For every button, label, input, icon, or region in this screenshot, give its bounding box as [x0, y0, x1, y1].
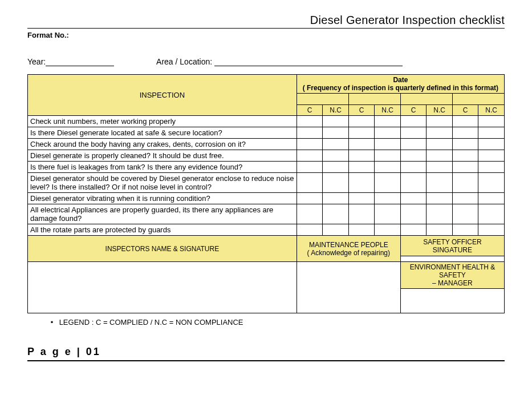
nc-cell[interactable] — [323, 116, 349, 127]
inspection-item: Diesel generate is properly cleaned? It … — [28, 150, 297, 162]
c-cell[interactable] — [348, 162, 375, 173]
c-cell[interactable] — [297, 127, 323, 139]
nc-cell[interactable] — [323, 150, 349, 162]
c-cell[interactable] — [400, 173, 427, 193]
nc-cell[interactable] — [478, 173, 505, 193]
nc-cell[interactable] — [427, 193, 453, 204]
c-cell[interactable] — [452, 162, 478, 173]
nc-cell[interactable] — [427, 162, 453, 173]
table-row: Diesel generate is properly cleaned? It … — [28, 150, 505, 162]
nc-cell[interactable] — [375, 139, 401, 150]
c-cell[interactable] — [348, 127, 375, 139]
area-field: Area / Location: — [156, 57, 403, 66]
c-cell[interactable] — [400, 116, 427, 127]
date-sub-text: ( Frequency of inspection is quarterly d… — [303, 84, 498, 92]
inspection-item: Is there fuel is leakages from tank? Is … — [28, 162, 297, 173]
c-cell[interactable] — [297, 204, 323, 224]
nc-cell[interactable] — [427, 150, 453, 162]
c-cell[interactable] — [400, 150, 427, 162]
c-cell[interactable] — [452, 224, 478, 236]
nc-cell[interactable] — [478, 204, 505, 224]
nc-cell[interactable] — [427, 127, 453, 139]
c-cell[interactable] — [348, 139, 375, 150]
nc-cell[interactable] — [427, 116, 453, 127]
c-cell[interactable] — [348, 224, 375, 236]
c-cell[interactable] — [348, 116, 375, 127]
c-header: C — [452, 105, 478, 116]
c-cell[interactable] — [348, 173, 375, 193]
c-cell[interactable] — [452, 204, 478, 224]
nc-cell[interactable] — [478, 162, 505, 173]
nc-cell[interactable] — [427, 139, 453, 150]
c-cell[interactable] — [400, 162, 427, 173]
nc-header: N.C — [427, 105, 453, 116]
area-input-line[interactable] — [214, 58, 403, 66]
c-cell[interactable] — [400, 224, 427, 236]
page-title: Diesel Generator Inspection checklist — [310, 14, 505, 26]
area-label: Area / Location: — [156, 57, 212, 66]
nc-cell[interactable] — [375, 173, 401, 193]
nc-cell[interactable] — [478, 116, 505, 127]
ehs-signature-cell[interactable] — [400, 289, 504, 313]
date-header-text: Date — [393, 76, 408, 84]
c-cell[interactable] — [297, 139, 323, 150]
safety-gap — [400, 256, 504, 262]
c-cell[interactable] — [452, 193, 478, 204]
nc-cell[interactable] — [323, 139, 349, 150]
nc-cell[interactable] — [478, 193, 505, 204]
nc-cell[interactable] — [375, 193, 401, 204]
nc-cell[interactable] — [478, 224, 505, 236]
c-cell[interactable] — [297, 224, 323, 236]
c-cell[interactable] — [297, 150, 323, 162]
year-label: Year: — [27, 57, 46, 66]
c-cell[interactable] — [297, 162, 323, 173]
maintenance-header: MAINTENANCE PEOPLE ( Acknowledge of repa… — [297, 236, 400, 262]
maintenance-signature-cell[interactable] — [297, 262, 400, 313]
c-cell[interactable] — [400, 193, 427, 204]
quarter-col-3 — [400, 94, 452, 105]
year-field: Year: — [27, 57, 114, 66]
nc-cell[interactable] — [323, 173, 349, 193]
nc-cell[interactable] — [375, 127, 401, 139]
legend-line: • LEGEND : C = COMPLIED / N.C = NON COMP… — [47, 318, 505, 327]
c-cell[interactable] — [297, 116, 323, 127]
c-cell[interactable] — [452, 116, 478, 127]
nc-cell[interactable] — [375, 224, 401, 236]
nc-cell[interactable] — [375, 204, 401, 224]
format-no-label: Format No.: — [27, 31, 505, 39]
c-cell[interactable] — [400, 127, 427, 139]
c-cell[interactable] — [452, 150, 478, 162]
quarter-col-1 — [297, 94, 348, 105]
nc-cell[interactable] — [323, 224, 349, 236]
year-input-line[interactable] — [46, 58, 114, 66]
table-row: Diesel generator should be covered by Di… — [28, 173, 505, 193]
c-cell[interactable] — [297, 173, 323, 193]
nc-cell[interactable] — [427, 224, 453, 236]
c-header: C — [348, 105, 375, 116]
date-header: Date ( Frequency of inspection is quarte… — [297, 75, 504, 94]
c-cell[interactable] — [452, 173, 478, 193]
nc-cell[interactable] — [323, 127, 349, 139]
nc-cell[interactable] — [375, 150, 401, 162]
nc-cell[interactable] — [323, 204, 349, 224]
nc-cell[interactable] — [478, 150, 505, 162]
c-cell[interactable] — [400, 204, 427, 224]
nc-cell[interactable] — [427, 204, 453, 224]
nc-cell[interactable] — [323, 193, 349, 204]
c-cell[interactable] — [400, 139, 427, 150]
c-cell[interactable] — [348, 204, 375, 224]
c-cell[interactable] — [348, 150, 375, 162]
inspector-signature-cell[interactable] — [28, 262, 297, 313]
nc-cell[interactable] — [375, 116, 401, 127]
c-cell[interactable] — [297, 193, 323, 204]
nc-cell[interactable] — [375, 162, 401, 173]
c-cell[interactable] — [348, 193, 375, 204]
nc-cell[interactable] — [427, 173, 453, 193]
c-cell[interactable] — [452, 127, 478, 139]
nc-cell[interactable] — [478, 127, 505, 139]
meta-row: Year: Area / Location: — [27, 57, 505, 66]
nc-cell[interactable] — [478, 139, 505, 150]
c-cell[interactable] — [452, 139, 478, 150]
nc-cell[interactable] — [323, 162, 349, 173]
maintenance-sub: ( Acknowledge of repairing) — [307, 249, 390, 257]
